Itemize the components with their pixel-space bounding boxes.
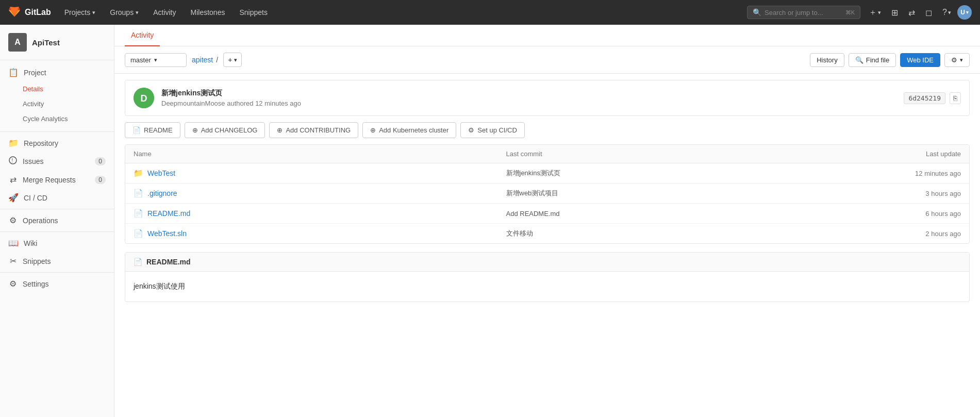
file-name: 📁 WebTest: [134, 169, 506, 178]
breadcrumb-separator: /: [216, 56, 218, 64]
plus-circle-icon: ⊕: [370, 126, 376, 134]
sidebar-item-ci-cd[interactable]: 🚀 CI / CD: [0, 189, 114, 207]
web-ide-label: Web IDE: [907, 56, 934, 64]
sidebar-item-wiki[interactable]: 📖 Wiki: [0, 234, 114, 252]
sidebar-label-project: Project: [24, 69, 46, 77]
file-name-text: README.md: [147, 209, 190, 218]
readme-button[interactable]: 📄 README: [125, 122, 180, 138]
merge-requests-badge: 0: [95, 176, 106, 184]
sha-code: 6d245219: [904, 92, 945, 104]
nav-groups[interactable]: Groups ▾: [105, 6, 144, 19]
layout: A ApiTest 📋 Project Details Activity Cyc…: [0, 25, 980, 417]
sidebar-item-activity[interactable]: Activity: [0, 96, 114, 111]
file-time: 6 hours ago: [878, 210, 961, 218]
search-box[interactable]: 🔍 ⌘K: [747, 6, 860, 19]
copy-sha-button[interactable]: ⎘: [950, 92, 961, 104]
search-icon: 🔍: [855, 56, 863, 64]
sidebar-label-wiki: Wiki: [24, 239, 37, 247]
logo-icon: [8, 6, 21, 20]
search-shortcut: ⌘K: [845, 9, 855, 16]
add-kubernetes-label: Add Kubernetes cluster: [379, 126, 449, 134]
nav-milestones[interactable]: Milestones: [186, 6, 230, 19]
file-name-text: .gitignore: [147, 189, 177, 197]
file-commit: Add README.md: [506, 210, 879, 218]
user-avatar[interactable]: U ▾: [957, 5, 972, 20]
table-row[interactable]: 📁 WebTest 新增jenkins测试页 12 minutes ago: [125, 163, 969, 184]
web-ide-button[interactable]: Web IDE: [900, 53, 940, 67]
plus-chevron-icon: ▾: [234, 57, 237, 63]
add-contributing-label: Add CONTRIBUTING: [286, 126, 351, 134]
setup-ci-label: Set up CI/CD: [477, 126, 517, 134]
plus-icon: +: [228, 56, 232, 64]
logo[interactable]: GitLab: [8, 6, 51, 20]
main-content: Activity master ▾ apitest / + ▾ History: [114, 25, 980, 417]
tab-activity-label: Activity: [131, 31, 154, 39]
sidebar-item-cycle-analytics[interactable]: Cycle Analytics: [0, 111, 114, 126]
sidebar-item-repository[interactable]: 📁 Repository: [0, 134, 114, 152]
sidebar: A ApiTest 📋 Project Details Activity Cyc…: [0, 25, 114, 417]
sidebar-item-details[interactable]: Details: [0, 81, 114, 96]
sidebar-label-cycle-analytics: Cycle Analytics: [23, 115, 68, 123]
subnav: Activity: [114, 25, 980, 46]
panel-icon[interactable]: ⊞: [887, 5, 902, 21]
file-name-text: WebTest.sln: [147, 229, 187, 238]
merge-icon[interactable]: ⇄: [904, 5, 919, 21]
commit-info: D 新增jenkins测试页 DeepmountainMoose authore…: [125, 80, 970, 116]
table-row[interactable]: 📄 WebTest.sln 文件移动 2 hours ago: [125, 224, 969, 243]
table-row[interactable]: 📄 .gitignore 新增web测试项目 3 hours ago: [125, 184, 969, 204]
svg-text:D: D: [141, 93, 147, 104]
sidebar-item-operations[interactable]: ⚙ Operations: [0, 211, 114, 229]
plus-icon[interactable]: ＋ ▾: [865, 4, 885, 21]
header-last-commit: Last commit: [506, 150, 879, 158]
sidebar-section-project: 📋 Project Details Activity Cycle Analyti…: [0, 60, 114, 129]
sidebar-item-issues[interactable]: ! Issues 0: [0, 152, 114, 171]
search-icon: 🔍: [753, 8, 761, 16]
commit-author: DeepmountainMoose: [161, 99, 225, 107]
branch-selector[interactable]: master ▾: [125, 53, 187, 67]
sidebar-label-operations: Operations: [23, 216, 58, 225]
sidebar-item-settings[interactable]: ⚙ Settings: [0, 275, 114, 293]
add-file-button[interactable]: + ▾: [223, 53, 242, 67]
table-row[interactable]: 📄 README.md Add README.md 6 hours ago: [125, 204, 969, 224]
readme-content: jenkins测试使用: [134, 282, 185, 290]
file-name: 📄 README.md: [134, 209, 506, 218]
find-file-button[interactable]: 🔍 Find file: [849, 53, 896, 67]
history-label: History: [817, 56, 837, 64]
sidebar-item-project[interactable]: 📋 Project: [0, 63, 114, 81]
sidebar-label-ci-cd: CI / CD: [24, 194, 47, 202]
help-icon[interactable]: ? ▾: [938, 5, 955, 20]
setup-ci-button[interactable]: ⚙ Set up CI/CD: [460, 122, 525, 138]
breadcrumb-link[interactable]: apitest: [192, 56, 213, 64]
history-button[interactable]: History: [810, 53, 844, 67]
issues-icon: !: [8, 156, 18, 166]
top-nav: GitLab Projects ▾ Groups ▾ Activity Mile…: [0, 0, 980, 25]
project-avatar: A: [8, 33, 27, 52]
file-table-header: Name Last commit Last update: [125, 145, 969, 163]
top-nav-icons: ＋ ▾ ⊞ ⇄ ◻ ? ▾ U ▾: [865, 4, 972, 21]
more-chevron-icon: ▾: [960, 57, 963, 63]
add-kubernetes-button[interactable]: ⊕ Add Kubernetes cluster: [362, 122, 456, 138]
search-input[interactable]: [765, 9, 842, 16]
breadcrumb: apitest /: [192, 56, 218, 64]
sidebar-label-issues: Issues: [23, 157, 43, 165]
find-file-label: Find file: [866, 56, 890, 64]
project-icon: 📋: [8, 68, 19, 77]
plus-circle-icon: ⊕: [192, 126, 198, 134]
sidebar-item-merge-requests[interactable]: ⇄ Merge Requests 0: [0, 171, 114, 189]
more-options-button[interactable]: ⚙ ▾: [944, 53, 970, 67]
file-icon: 📄: [134, 229, 143, 238]
merge-requests-icon: ⇄: [8, 175, 18, 185]
nav-projects[interactable]: Projects ▾: [59, 6, 101, 19]
project-name: ApiTest: [32, 38, 60, 47]
nav-snippets[interactable]: Snippets: [234, 6, 272, 19]
nav-activity[interactable]: Activity: [148, 6, 181, 19]
sidebar-item-snippets[interactable]: ✂ Snippets: [0, 252, 114, 270]
file-name: 📄 WebTest.sln: [134, 229, 506, 238]
readme-label: README: [144, 126, 173, 134]
logo-text: GitLab: [25, 8, 51, 17]
tab-activity[interactable]: Activity: [125, 25, 160, 46]
chevron-icon: ▾: [92, 9, 95, 16]
add-changelog-button[interactable]: ⊕ Add CHANGELOG: [185, 122, 265, 138]
activity-icon[interactable]: ◻: [921, 5, 936, 21]
add-contributing-button[interactable]: ⊕ Add CONTRIBUTING: [269, 122, 358, 138]
